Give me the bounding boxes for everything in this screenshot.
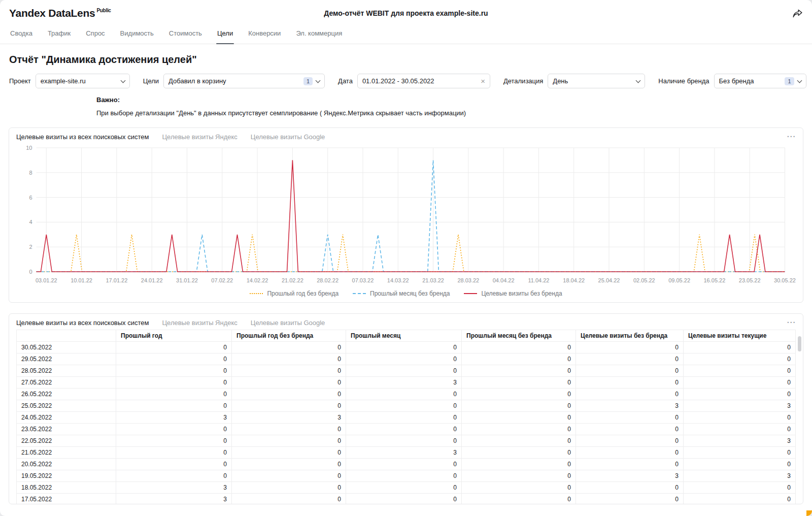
logo-public-badge: Public	[96, 8, 111, 13]
value-cell: 0	[684, 424, 796, 435]
card-tab[interactable]: Целевые визиты Google	[251, 319, 325, 327]
filter-label: Цели	[143, 77, 159, 85]
value-cell: 0	[116, 353, 232, 365]
value-cell: 0	[462, 470, 576, 482]
note-title: Важно:	[96, 96, 812, 104]
value-cell: 0	[232, 494, 346, 505]
filter-select[interactable]: 01.01.2022 - 30.05.2022×	[357, 74, 490, 88]
selected-count-badge: 1	[785, 77, 794, 85]
value-cell: 0	[684, 494, 796, 505]
svg-text:28.03.22: 28.03.22	[457, 277, 479, 283]
table-row: 19.05.2022000033	[17, 470, 796, 482]
legend-item[interactable]: Целевые визиты без бренда	[464, 290, 562, 297]
svg-text:10: 10	[26, 145, 32, 151]
chevron-down-icon	[636, 78, 641, 83]
value-cell: 0	[462, 482, 576, 494]
value-cell: 0	[684, 459, 796, 470]
value-cell: 0	[232, 459, 346, 470]
svg-text:11.04.22: 11.04.22	[528, 277, 549, 283]
svg-text:14.03.22: 14.03.22	[387, 277, 409, 283]
filter-1: ЦелиДобавил в корзину1	[143, 74, 325, 88]
value-cell: 0	[346, 435, 462, 447]
date-cell: 18.05.2022	[17, 482, 116, 494]
column-header[interactable]: Прошлый год	[116, 330, 232, 342]
table-card-tabs: Целевые визиты из всех поисковых системЦ…	[16, 319, 796, 327]
date-cell: 17.05.2022	[17, 494, 116, 505]
table-menu-button[interactable]: ⋯	[787, 317, 796, 328]
date-cell: 29.05.2022	[17, 353, 116, 365]
page-title: Отчёт "Динамика достижения целей"	[9, 54, 803, 66]
table-row: 28.05.2022000000	[17, 365, 796, 377]
legend-line-sample	[464, 293, 477, 294]
table-scrollbar-thumb[interactable]	[798, 336, 801, 351]
main-tab[interactable]: Спрос	[85, 24, 106, 44]
datalens-logo[interactable]: Yandex DataLensPublic	[9, 7, 111, 19]
table-row: 20.05.2022000000	[17, 459, 796, 470]
value-cell: 0	[462, 435, 576, 447]
card-tab[interactable]: Целевые визиты Яндекс	[162, 133, 237, 141]
legend-item[interactable]: Прошлый месяц без бренда	[353, 290, 450, 297]
main-tab[interactable]: Видимость	[119, 24, 155, 44]
value-cell: 0	[116, 377, 232, 389]
table-row: 29.05.2022000000	[17, 353, 796, 365]
value-cell: 0	[232, 435, 346, 447]
filters-row: Проектexample-site.ruЦелиДобавил в корзи…	[0, 74, 812, 88]
value-cell: 0	[576, 342, 684, 353]
chart-menu-button[interactable]: ⋯	[787, 131, 796, 142]
card-tab[interactable]: Целевые визиты из всех поисковых систем	[16, 319, 149, 327]
main-tab[interactable]: Эл. коммерция	[295, 24, 343, 44]
dashboard-title: Демо-отчёт WEBIT для проекта example-sit…	[0, 9, 812, 17]
header: Yandex DataLensPublic Демо-отчёт WEBIT д…	[0, 0, 812, 23]
page-scroll-indicator[interactable]	[806, 510, 812, 516]
value-cell: 0	[684, 389, 796, 400]
value-cell: 0	[116, 424, 232, 435]
main-tab[interactable]: Трафик	[47, 24, 72, 44]
column-header[interactable]: Прошлый месяц	[346, 330, 462, 342]
value-cell: 0	[346, 400, 462, 412]
value-cell: 0	[232, 389, 346, 400]
filter-select[interactable]: День	[548, 74, 645, 88]
legend-item[interactable]: Прошлый год без бренда	[250, 290, 339, 297]
date-cell: 22.05.2022	[17, 435, 116, 447]
column-header[interactable]: Целевые визиты текущие	[684, 330, 796, 342]
filter-select[interactable]: Без бренда1	[714, 74, 806, 88]
value-cell: 0	[346, 494, 462, 505]
value-cell: 3	[346, 377, 462, 389]
column-header[interactable]: Целевые визиты без бренда	[576, 330, 684, 342]
filter-select[interactable]: example-site.ru	[36, 74, 130, 88]
svg-text:04.04.22: 04.04.22	[493, 277, 515, 283]
svg-text:03.01.22: 03.01.22	[36, 277, 57, 283]
main-tab[interactable]: Сводка	[9, 24, 33, 44]
value-cell: 0	[232, 353, 346, 365]
filter-select[interactable]: Добавил в корзину1	[163, 74, 325, 88]
filter-2: Дата01.01.2022 - 30.05.2022×	[338, 74, 490, 88]
filter-3: ДетализацияДень	[503, 74, 645, 88]
svg-text:02.05.22: 02.05.22	[633, 277, 655, 283]
value-cell: 3	[116, 482, 232, 494]
date-cell: 21.05.2022	[17, 447, 116, 459]
card-tab[interactable]: Целевые визиты Google	[251, 133, 325, 141]
filter-value: example-site.ru	[41, 77, 118, 85]
value-cell: 0	[684, 365, 796, 377]
value-cell: 0	[684, 447, 796, 459]
value-cell: 0	[462, 459, 576, 470]
main-tab[interactable]: Конверсии	[247, 24, 282, 44]
value-cell: 0	[116, 389, 232, 400]
svg-text:24.01.22: 24.01.22	[141, 277, 163, 283]
table-row: 25.05.2022000033	[17, 400, 796, 412]
selected-count-badge: 1	[303, 77, 313, 85]
value-cell: 3	[576, 470, 684, 482]
share-icon[interactable]	[792, 9, 803, 18]
main-tab[interactable]: Стоимость	[168, 24, 203, 44]
main-tabs: СводкаТрафикСпросВидимостьСтоимостьЦелиК…	[0, 23, 812, 44]
main-tab[interactable]: Цели	[216, 24, 234, 44]
card-tab[interactable]: Целевые визиты Яндекс	[162, 319, 237, 327]
column-header[interactable]: Прошлый месяц без бренда	[462, 330, 576, 342]
card-tab[interactable]: Целевые визиты из всех поисковых систем	[16, 133, 149, 141]
column-header[interactable]: Прошлый год без бренда	[232, 330, 346, 342]
value-cell: 0	[346, 353, 462, 365]
clear-icon[interactable]: ×	[481, 77, 485, 85]
filter-label: Проект	[9, 77, 31, 85]
column-header[interactable]	[17, 330, 116, 342]
svg-text:25.04.22: 25.04.22	[598, 277, 620, 283]
